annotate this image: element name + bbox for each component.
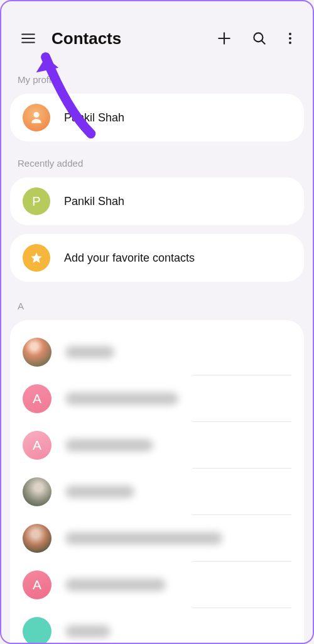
- svg-point-9: [289, 42, 291, 44]
- avatar: [23, 338, 51, 367]
- contact-name: Pankil Shah: [64, 195, 124, 208]
- app-header: Contacts: [1, 1, 313, 63]
- avatar: [23, 104, 50, 131]
- add-favorites-label: Add your favorite contacts: [64, 252, 195, 265]
- contacts-list-a: AAA: [10, 320, 304, 644]
- avatar: P: [23, 187, 50, 215]
- section-label-letter-a: A: [1, 287, 313, 314]
- recent-contact-row[interactable]: P Pankil Shah: [10, 177, 304, 225]
- section-label-recently-added: Recently added: [1, 147, 313, 175]
- search-icon: [251, 30, 268, 47]
- contact-name-blurred: [65, 392, 178, 405]
- person-icon: [28, 109, 45, 126]
- profile-name: Pankil Shah: [64, 111, 124, 125]
- avatar: A: [23, 431, 51, 460]
- add-contact-button[interactable]: [212, 26, 236, 50]
- contact-name-blurred: [65, 625, 111, 638]
- contact-name-blurred: [65, 486, 134, 498]
- svg-line-6: [261, 40, 264, 43]
- contact-row[interactable]: [10, 329, 304, 375]
- section-label-my-profile: My profile: [1, 63, 313, 91]
- contact-row[interactable]: A: [10, 375, 304, 422]
- svg-point-7: [289, 33, 291, 35]
- avatar: [23, 477, 51, 506]
- svg-point-8: [289, 37, 291, 40]
- contact-name-blurred: [65, 579, 166, 591]
- star-icon: [30, 251, 43, 265]
- plus-icon: [216, 30, 232, 47]
- search-button[interactable]: [247, 26, 271, 50]
- avatar: [23, 617, 51, 644]
- contact-row[interactable]: A: [10, 422, 304, 469]
- contact-name-blurred: [65, 532, 222, 545]
- more-vert-icon: [283, 30, 298, 47]
- contact-row[interactable]: [10, 515, 304, 562]
- menu-button[interactable]: [16, 26, 40, 50]
- overflow-menu-button[interactable]: [283, 26, 298, 50]
- avatar: [23, 244, 50, 272]
- contact-name-blurred: [65, 439, 153, 452]
- contact-name-blurred: [65, 346, 114, 358]
- avatar-initial: P: [32, 194, 40, 209]
- hamburger-icon: [20, 30, 36, 47]
- avatar: [23, 524, 51, 553]
- page-title: Contacts: [51, 29, 201, 48]
- contact-row[interactable]: [10, 469, 304, 515]
- avatar: A: [23, 570, 51, 599]
- avatar: A: [23, 384, 51, 413]
- add-favorites-row[interactable]: Add your favorite contacts: [10, 234, 304, 282]
- contact-row[interactable]: A: [10, 562, 304, 608]
- contact-row[interactable]: [10, 608, 304, 644]
- my-profile-row[interactable]: Pankil Shah: [10, 94, 304, 142]
